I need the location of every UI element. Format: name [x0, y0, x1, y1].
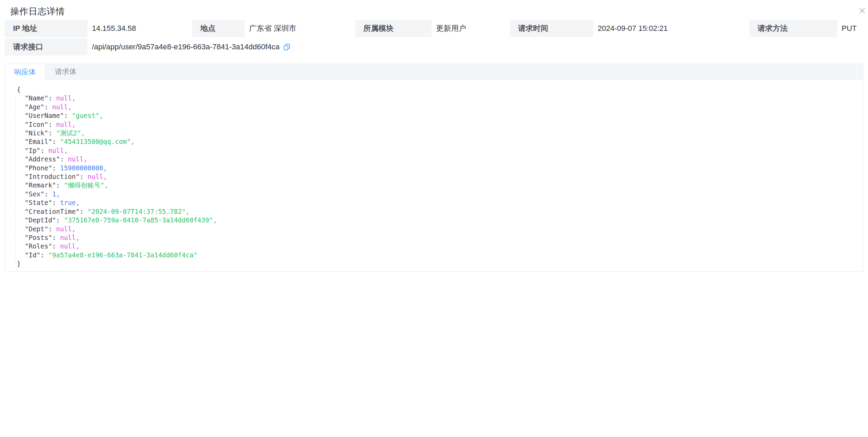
table-row: 请求接口 /api/app/user/9a57a4e8-e196-663a-78…: [5, 38, 868, 56]
tab-bar: 响应体 请求体: [5, 64, 863, 80]
location-value: 广东省 深圳市: [245, 20, 355, 37]
body-tabs-card: 响应体 请求体 { "Name": null, "Age": null, "Us…: [5, 64, 863, 272]
request-time-label: 请求时间: [510, 20, 593, 37]
json-line: "Dept": null,: [17, 225, 856, 233]
log-detail-table: IP 地址 14.155.34.58 地点 广东省 深圳市 所属模块 更新用户 …: [5, 20, 868, 56]
json-line: "UserName": "guest",: [17, 111, 856, 120]
json-line: "State": true,: [17, 198, 856, 207]
ip-address-value: 14.155.34.58: [87, 20, 192, 37]
location-label: 地点: [192, 20, 245, 37]
json-line: "Address": null,: [17, 155, 856, 163]
close-icon: [858, 7, 866, 15]
copy-button[interactable]: [283, 43, 291, 51]
module-value: 更新用户: [432, 20, 510, 37]
tab-request-body[interactable]: 请求体: [45, 64, 86, 79]
dialog-header: 操作日志详情: [0, 0, 868, 15]
json-line: "DeptId": "375167e0-759a-0410-7a85-3a14d…: [17, 216, 856, 224]
json-line: }: [17, 259, 856, 268]
json-line: "Posts": null,: [17, 233, 856, 242]
json-line: "Age": null,: [17, 103, 856, 111]
json-line: "Id": "9a57a4e8-e196-663a-7841-3a14dd60f…: [17, 251, 856, 259]
json-line: "Icon": null,: [17, 120, 856, 129]
json-line: "Introduction": null,: [17, 172, 856, 181]
response-body-json-viewer: { "Name": null, "Age": null, "UserName":…: [5, 80, 863, 268]
json-line: "Phone": 15900000000,: [17, 164, 856, 172]
request-time-value: 2024-09-07 15:02:21: [593, 20, 749, 37]
json-line: "Email": "454313500@qq.com",: [17, 137, 856, 146]
request-api-cell: /api/app/user/9a57a4e8-e196-663a-7841-3a…: [87, 38, 868, 56]
request-api-value: /api/app/user/9a57a4e8-e196-663a-7841-3a…: [92, 43, 280, 51]
json-line: "Name": null,: [17, 94, 856, 102]
request-method-value: PUT: [837, 20, 868, 37]
tab-response-body[interactable]: 响应体: [5, 64, 45, 80]
json-line: "Sex": 1,: [17, 190, 856, 198]
json-line: "Remark": "懒得创账号",: [17, 181, 856, 190]
json-line: {: [17, 85, 856, 94]
json-line: "Ip": null,: [17, 146, 856, 155]
table-row: IP 地址 14.155.34.58 地点 广东省 深圳市 所属模块 更新用户 …: [5, 20, 868, 37]
copy-icon: [283, 43, 291, 51]
ip-address-label: IP 地址: [5, 20, 87, 37]
json-line: "Nick": "测试2",: [17, 129, 856, 137]
request-method-label: 请求方法: [749, 20, 837, 37]
close-button[interactable]: [857, 5, 867, 16]
json-line: "Roles": null,: [17, 242, 856, 251]
indent-guide-line: [15, 96, 15, 260]
request-api-label: 请求接口: [5, 38, 87, 56]
page-title: 操作日志详情: [10, 6, 65, 16]
json-line: "CreationTime": "2024-09-07T14:37:55.782…: [17, 207, 856, 216]
module-label: 所属模块: [355, 20, 432, 37]
